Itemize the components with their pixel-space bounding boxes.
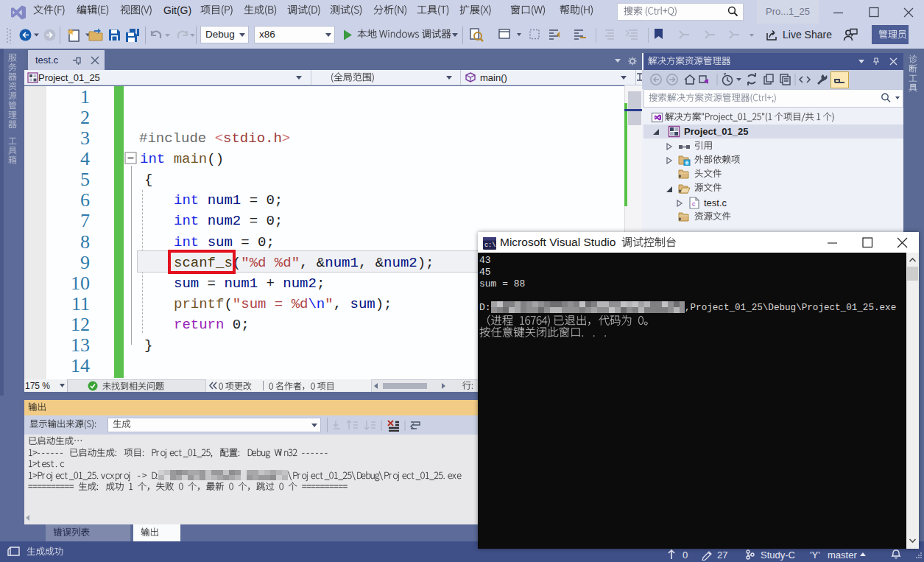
svg-text:master: master [828, 549, 857, 561]
svg-text:27: 27 [717, 549, 727, 561]
svg-text:c: c [692, 200, 696, 208]
svg-text:Study-C: Study-C [761, 549, 795, 561]
svg-text:'Y': 'Y' [810, 549, 820, 561]
svg-text:c:\: c:\ [484, 242, 495, 249]
svg-text:0: 0 [683, 549, 688, 561]
